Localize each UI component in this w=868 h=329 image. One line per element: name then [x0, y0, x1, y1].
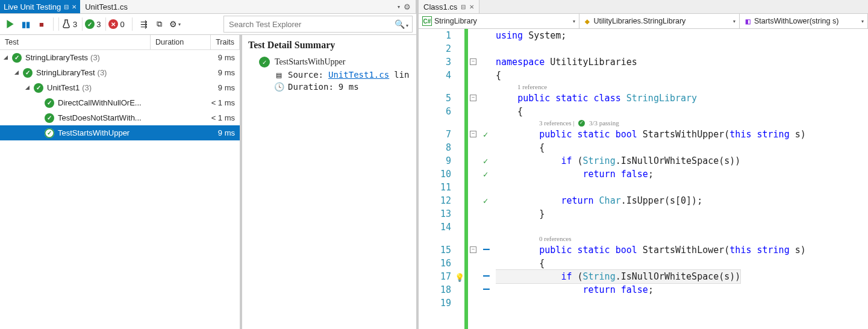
test-duration: < 1 ms	[181, 98, 235, 107]
line-number: 2	[419, 42, 451, 55]
expand-icon[interactable]	[5, 55, 11, 61]
code-editor[interactable]: 12345678910111213141516171819💡−−−−✓✓✓✓——…	[419, 29, 868, 329]
pass-counter[interactable]: ✓ 3	[82, 17, 103, 31]
pin-icon[interactable]: ⊟	[461, 4, 466, 10]
hierarchy-icon[interactable]: ⇶	[137, 17, 151, 31]
tab-class1[interactable]: Class1.cs ⊟ ✕	[419, 0, 479, 13]
fail-counter[interactable]: ✕ 0	[105, 17, 126, 31]
tab-label: Live Unit Testing	[4, 2, 61, 11]
test-tree[interactable]: ✓StringLibraryTests(3)9 ms✓StringLibrary…	[0, 50, 240, 329]
nav-class[interactable]: ◆ UtilityLibraries.StringLibrary ▾	[579, 14, 740, 28]
nav-bar: C# StringLibrary ▾ ◆ UtilityLibraries.St…	[419, 14, 868, 29]
coverage-pass-icon: ✓	[483, 168, 488, 181]
code-line[interactable]: return false;	[496, 283, 868, 296]
code-line[interactable]	[496, 221, 868, 234]
source-icon: ▤	[275, 70, 283, 79]
code-line[interactable]: {	[496, 257, 868, 270]
test-duration: 9 ms	[181, 128, 235, 137]
pass-icon: ✓	[34, 83, 43, 93]
tab-unittest-file[interactable]: UnitTest1.cs ▾ ⚙	[80, 0, 416, 13]
codelens[interactable]: 0 references	[496, 234, 868, 243]
test-row[interactable]: ✓UnitTest1(3)9 ms	[0, 80, 240, 95]
expand-icon[interactable]	[16, 70, 22, 76]
tab-label: UnitTest1.cs	[85, 2, 128, 11]
test-label: TestStartsWithUpper	[58, 128, 130, 137]
expand-icon[interactable]	[27, 85, 33, 91]
left-tab-row: Live Unit Testing ⊟ ✕ UnitTest1.cs ▾ ⚙	[0, 0, 416, 14]
test-label: StringLibraryTests	[25, 53, 88, 62]
code-line[interactable]: public static class StringLibrary	[496, 92, 868, 105]
code-line[interactable]	[496, 181, 868, 194]
duration-label: Duration:	[288, 82, 334, 92]
col-duration[interactable]: Duration	[151, 35, 211, 49]
line-number: 10	[419, 168, 451, 181]
line-number: 18	[419, 283, 451, 296]
col-traits[interactable]: Traits	[211, 35, 240, 49]
code-line[interactable]: using System;	[496, 29, 868, 42]
pass-icon: ✓	[85, 19, 95, 29]
flask-counter[interactable]: 3	[58, 17, 80, 31]
test-toolbar: ▮▮ ■ 3 ✓ 3 ✕ 0 ⇶ ⧉ ⚙▾ 🔍▾	[0, 14, 416, 35]
close-icon[interactable]: ✕	[72, 4, 76, 10]
coverage-none-icon: —	[483, 242, 490, 255]
pin-icon[interactable]: ⊟	[64, 4, 69, 10]
detail-test-name: TestStartsWithUpper	[275, 57, 345, 67]
code-line[interactable]: return Char.IsUpper(s[0]);	[496, 194, 868, 207]
search-icon[interactable]: 🔍▾	[395, 19, 408, 29]
fold-toggle[interactable]: −	[470, 95, 476, 101]
code-line[interactable]: }	[496, 207, 868, 221]
fold-toggle[interactable]: −	[470, 131, 476, 137]
test-row[interactable]: ✓DirectCallWithNullOrE...< 1 ms	[0, 95, 240, 110]
nav-method[interactable]: ◧ StartsWithLower(string s) ▾	[740, 14, 868, 28]
code-line[interactable]: {	[496, 105, 868, 118]
test-row[interactable]: ✓StringLibraryTests(3)9 ms	[0, 50, 240, 65]
detail-title: Test Detail Summary	[248, 40, 410, 51]
chevron-down-icon: ▾	[733, 19, 735, 24]
pass-icon: ✓	[23, 68, 33, 78]
close-icon[interactable]: ✕	[469, 4, 474, 10]
code-line[interactable]: public static bool StartsWithLower(this …	[496, 243, 868, 257]
line-number: 11	[419, 181, 451, 194]
code-line[interactable]	[496, 296, 868, 310]
code-line[interactable]: if (String.IsNullOrWhiteSpace(s))	[496, 154, 868, 168]
grid-icon[interactable]: ⧉	[153, 17, 166, 31]
code-line[interactable]: return false;	[496, 168, 868, 181]
code-line[interactable]: {	[496, 69, 868, 82]
line-number: 8	[419, 141, 451, 154]
fold-toggle[interactable]: −	[470, 246, 476, 253]
fold-toggle[interactable]: −	[470, 58, 476, 65]
test-label: TestDoesNotStartWith...	[58, 113, 142, 122]
line-number: 3	[419, 55, 451, 69]
search-input[interactable]	[228, 19, 395, 30]
tab-menu-icon[interactable]: ▾	[398, 4, 400, 10]
pause-button[interactable]: ▮▮	[19, 17, 33, 31]
code-line[interactable]: if (String.IsNullOrWhiteSpace(s))	[496, 270, 868, 283]
codelens[interactable]: 3 references | ✓ 3/3 passing	[496, 118, 868, 128]
test-label: UnitTest1	[47, 83, 80, 92]
settings-gear-icon[interactable]: ⚙▾	[169, 17, 182, 31]
code-line[interactable]: {	[496, 141, 868, 154]
play-button[interactable]	[4, 17, 17, 31]
source-link[interactable]: UnitTest1.cs	[328, 70, 389, 80]
tree-header: Test Duration Traits	[0, 35, 240, 50]
stop-button[interactable]: ■	[35, 17, 48, 31]
chevron-down-icon: ▾	[861, 19, 864, 24]
test-row[interactable]: ✓TestStartsWithUpper9 ms	[0, 125, 240, 140]
test-row[interactable]: ✓StringLibraryTest(3)9 ms	[0, 65, 240, 80]
code-line[interactable]	[496, 42, 868, 55]
tab-live-unit-testing[interactable]: Live Unit Testing ⊟ ✕	[0, 0, 80, 13]
test-row[interactable]: ✓TestDoesNotStartWith...< 1 ms	[0, 110, 240, 125]
code-line[interactable]: namespace UtilityLibraries	[496, 55, 868, 69]
code-line[interactable]: public static bool StartsWithUpper(this …	[496, 128, 868, 141]
lightbulb-icon[interactable]: 💡	[455, 271, 464, 284]
nav-project[interactable]: C# StringLibrary ▾	[419, 14, 579, 28]
coverage-pass-icon: ✓	[483, 194, 488, 207]
gear-icon[interactable]: ⚙	[404, 2, 411, 11]
flask-icon	[61, 19, 71, 29]
line-number: 13	[419, 207, 451, 221]
search-box[interactable]: 🔍▾	[223, 16, 413, 33]
col-test[interactable]: Test	[0, 35, 151, 49]
nav-label: StringLibrary	[434, 17, 477, 25]
coverage-none-icon: —	[483, 282, 490, 295]
codelens[interactable]: 1 reference	[496, 82, 868, 92]
